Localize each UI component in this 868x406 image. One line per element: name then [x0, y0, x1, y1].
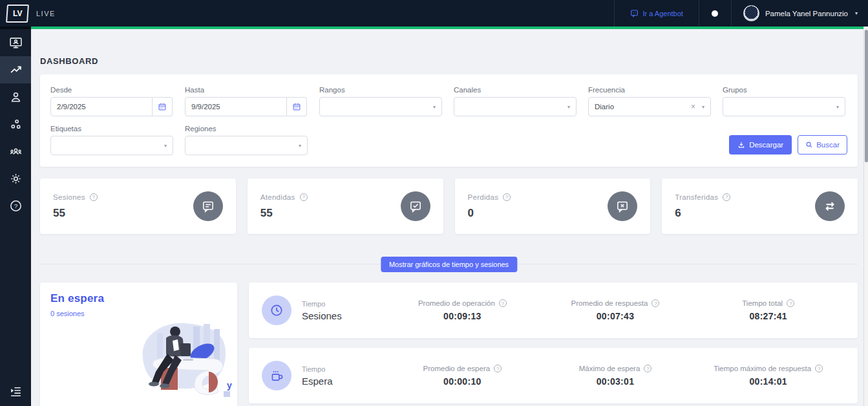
help-icon[interactable]: ?	[644, 365, 651, 372]
sidebar-item-settings[interactable]	[0, 165, 31, 192]
hasta-calendar-button[interactable]	[287, 97, 307, 116]
metric-value: 00:07:43	[597, 311, 634, 321]
mostrar-graficos-button[interactable]: Mostrar gráficos de tiempo y sesiones	[381, 257, 517, 272]
frecuencia-label: Frecuencia	[588, 86, 711, 94]
stat-card-sesiones: Sesiones ? 55	[40, 178, 236, 234]
desde-calendar-button[interactable]	[153, 97, 173, 116]
stat-value: 6	[675, 207, 730, 220]
canales-label: Canales	[454, 86, 577, 94]
page-scrollbar[interactable]	[863, 27, 868, 406]
gear-icon	[9, 172, 23, 186]
help-icon[interactable]: ?	[787, 299, 794, 307]
topbar: LV LIVE Ir a Agentbot Pamela Yanel Pannu…	[0, 0, 868, 27]
user-menu[interactable]: Pamela Yanel Pannunzio ▾	[731, 0, 868, 27]
filter-regiones: Regiones ▾	[185, 125, 308, 155]
etiquetas-select[interactable]: ▾	[50, 136, 173, 155]
sidebar-item-users[interactable]	[0, 83, 31, 111]
monitor-user-icon	[9, 36, 23, 50]
rangos-select[interactable]: ▾	[319, 97, 442, 116]
buscar-button[interactable]: Buscar	[798, 135, 847, 155]
help-icon[interactable]: ?	[723, 193, 730, 201]
metric-label: Promedio de operación	[418, 299, 495, 307]
chevron-down-icon: ▾	[164, 143, 167, 149]
calendar-icon	[158, 102, 167, 111]
stat-value: 55	[53, 207, 98, 220]
canales-select[interactable]: ▾	[454, 97, 577, 116]
hasta-input[interactable]	[185, 97, 287, 116]
scrollbar-thumb[interactable]	[865, 30, 868, 162]
stat-card-transferidas: Transferidas ? 6	[662, 178, 858, 234]
sidebar-collapse[interactable]	[0, 378, 31, 405]
calendar-icon	[292, 102, 301, 111]
stat-label: Atendidas	[260, 193, 295, 201]
stats-row: Sesiones ? 55 Atendidas ? 55	[40, 178, 858, 234]
metric-value: 00:14:01	[749, 376, 787, 387]
metric-label: Tiempo máximo de respuesta	[714, 365, 811, 372]
help-icon[interactable]: ?	[815, 365, 823, 372]
grupos-select[interactable]: ▾	[723, 97, 845, 116]
tiempo-sesiones-card: Tiempo Sesiones Promedio de operación ? …	[249, 283, 858, 338]
filter-canales: Canales ▾	[454, 86, 577, 116]
brand-label: LIVE	[36, 10, 56, 17]
sidebar-item-dashboard[interactable]	[0, 56, 31, 83]
help-icon[interactable]: ?	[300, 193, 308, 201]
metric-value: 00:09:13	[443, 311, 481, 321]
page-title: DASHBOARD	[40, 56, 858, 66]
help-icon[interactable]: ?	[651, 299, 659, 307]
frecuencia-select[interactable]: Diario × ▾	[588, 97, 711, 116]
main-content: DASHBOARD Desde Hasta	[31, 29, 863, 406]
group-icon	[9, 145, 23, 158]
transfer-arrows-icon	[815, 191, 845, 221]
filter-grupos: Grupos ▾	[723, 86, 845, 116]
desde-label: Desde	[50, 86, 173, 94]
stat-label: Transferidas	[675, 193, 718, 201]
tiempo-espera-card: Tiempo Espera Promedio de espera ? 00:00…	[249, 348, 858, 403]
download-icon	[737, 141, 745, 149]
metric-label: Tiempo total	[742, 299, 783, 307]
filter-hasta: Hasta	[185, 86, 308, 116]
stat-card-perdidas: Perdidas ? 0	[455, 178, 651, 234]
stat-value: 55	[260, 207, 308, 220]
metric-label: Máximo de espera	[579, 365, 640, 372]
svg-text:?: ?	[14, 202, 17, 209]
bottom-row: En espera 0 sesiones y	[40, 283, 858, 406]
sidebar-item-groups[interactable]	[0, 138, 31, 165]
chat-x-icon	[608, 191, 637, 221]
stat-value: 0	[468, 207, 511, 220]
avatar	[743, 5, 759, 21]
search-icon	[805, 141, 813, 149]
filters-card: Desde Hasta Rangos	[40, 74, 858, 167]
nodes-icon	[9, 118, 23, 131]
metric-value: 08:27:41	[749, 311, 787, 321]
filter-buttons: Descargar Buscar	[729, 125, 847, 155]
stat-label: Perdidas	[468, 193, 499, 201]
help-icon[interactable]: ?	[503, 193, 511, 201]
metric-promedio-espera: Promedio de espera ? 00:00:10	[386, 365, 539, 387]
help-circle-icon: ?	[9, 199, 23, 213]
app-logo: LV	[6, 5, 29, 23]
metric-value: 00:03:01	[597, 376, 634, 387]
user-icon	[9, 91, 23, 104]
descargar-button[interactable]: Descargar	[729, 135, 792, 155]
section-divider: Mostrar gráficos de tiempo y sesiones	[40, 264, 858, 264]
help-icon[interactable]: ?	[90, 193, 98, 201]
clear-icon[interactable]: ×	[691, 102, 695, 111]
chat-square-icon	[630, 9, 639, 17]
app-logo-text: LV	[13, 9, 22, 18]
accent-divider-corner	[0, 27, 31, 29]
time-title: Espera	[302, 376, 386, 387]
chevron-down-icon: ▾	[702, 104, 704, 110]
desde-input[interactable]	[50, 97, 153, 116]
sidebar-item-help[interactable]: ?	[0, 192, 31, 219]
chevron-down-icon: ▾	[299, 143, 301, 149]
help-icon[interactable]: ?	[494, 365, 502, 372]
filters-row-2: Etiquetas ▾ Regiones ▾ Descargar	[50, 125, 847, 155]
sidebar-item-nodes[interactable]	[0, 111, 31, 138]
regiones-select[interactable]: ▾	[185, 136, 308, 155]
sidebar-item-monitor[interactable]	[0, 29, 31, 56]
metric-tiempo-maximo-respuesta: Tiempo máximo de respuesta ? 00:14:01	[692, 365, 845, 387]
status-dot-section	[699, 0, 731, 27]
buscar-button-label: Buscar	[816, 141, 840, 149]
help-icon[interactable]: ?	[499, 299, 507, 307]
agentbot-link[interactable]: Ir a Agentbot	[614, 0, 699, 27]
